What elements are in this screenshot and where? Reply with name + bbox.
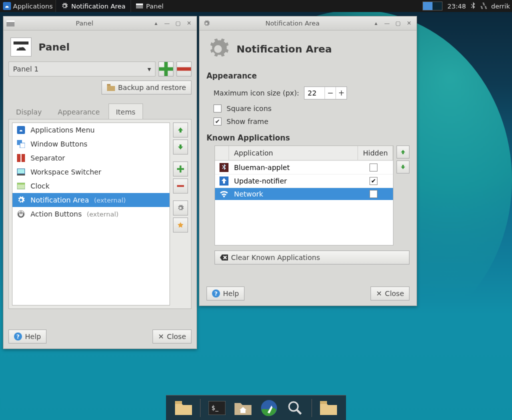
notification-area-window: Notification Area ▴ — ▢ ✕ Notification A… — [199, 16, 417, 306]
spinner-decrement-button[interactable]: − — [324, 87, 336, 99]
window-close-icon[interactable]: ✕ — [184, 20, 194, 28]
taskbar-item-label: Notification Area — [71, 2, 126, 10]
clock-label: 23:48 — [448, 2, 466, 10]
svg-rect-11 — [20, 154, 22, 162]
window-maximize-icon[interactable]: ▢ — [394, 20, 402, 28]
update-notifier-icon — [217, 176, 231, 186]
panel-items-list[interactable]: Applications Menu Window Buttons Separat… — [12, 122, 170, 306]
items-tab-content: Applications Menu Window Buttons Separat… — [8, 119, 192, 309]
svg-rect-7 — [107, 84, 110, 86]
dock-item-files[interactable] — [174, 398, 193, 418]
svg-rect-18 — [177, 185, 184, 187]
dock-item-files[interactable] — [319, 398, 338, 418]
table-row: Network — [215, 188, 393, 200]
workspace-switcher[interactable] — [422, 2, 442, 10]
panel-icon — [136, 4, 143, 8]
window-minimize-icon[interactable]: — — [162, 20, 172, 28]
clear-label: Clear Known Applications — [231, 254, 320, 262]
panel-large-icon — [10, 38, 32, 56]
taskbar-item-notification-area[interactable]: Notification Area — [56, 0, 130, 12]
list-item: Window Buttons — [12, 137, 170, 151]
taskbar-item-panel[interactable]: Panel — [130, 0, 168, 12]
square-icons-label: Square icons — [226, 104, 272, 112]
item-about-button[interactable] — [173, 218, 188, 232]
list-item: Workspace Switcher — [12, 165, 170, 179]
dock-item-home[interactable] — [234, 398, 252, 418]
dock-item-search[interactable] — [286, 398, 304, 418]
window-keep-above-icon[interactable]: ▴ — [152, 20, 160, 28]
svg-point-5 — [18, 48, 19, 48]
user-label[interactable]: derrik — [491, 2, 510, 10]
applications-menu-button[interactable]: Applications — [0, 0, 56, 12]
move-item-down-button[interactable] — [173, 140, 188, 154]
window-title: Notification Area — [214, 20, 372, 27]
hidden-checkbox[interactable] — [370, 190, 378, 198]
remove-item-button[interactable] — [173, 178, 188, 194]
gear-large-icon — [206, 38, 230, 60]
clear-known-apps-button[interactable]: Clear Known Applications — [214, 250, 410, 264]
titlebar[interactable]: Panel ▴ — ▢ ✕ — [4, 16, 196, 30]
column-hidden[interactable]: Hidden — [358, 146, 393, 160]
help-label: Help — [223, 290, 239, 298]
appearance-section-label: Appearance — [200, 66, 416, 84]
remove-panel-button[interactable] — [176, 62, 192, 76]
network-icon[interactable] — [480, 2, 487, 10]
spinner-increment-button[interactable]: + — [336, 87, 346, 99]
backup-restore-label: Backup and restore — [118, 84, 186, 92]
help-label: Help — [25, 332, 41, 340]
window-buttons-icon — [16, 140, 26, 148]
tab-appearance[interactable]: Appearance — [50, 104, 108, 119]
dock-item-web-browser[interactable] — [260, 398, 278, 418]
help-button[interactable]: ? Help — [8, 330, 46, 344]
close-button[interactable]: ✕ Close — [370, 286, 410, 300]
max-icon-size-spinner[interactable]: − + — [304, 86, 347, 100]
power-icon — [16, 210, 26, 218]
item-preferences-button[interactable] — [173, 200, 188, 216]
gear-icon — [16, 196, 26, 204]
add-panel-button[interactable] — [158, 62, 174, 76]
close-icon: ✕ — [158, 332, 164, 340]
show-frame-checkbox[interactable]: ✔ — [214, 118, 222, 126]
window-maximize-icon[interactable]: ▢ — [174, 20, 182, 28]
svg-rect-3 — [6, 20, 14, 22]
window-keep-above-icon[interactable]: ▴ — [372, 20, 380, 28]
known-applications-table[interactable]: Application Hidden Blueman-applet Update… — [214, 146, 394, 246]
tab-display[interactable]: Display — [8, 104, 50, 119]
titlebar[interactable]: Notification Area ▴ — ▢ ✕ — [200, 16, 416, 30]
window-close-icon[interactable]: ✕ — [404, 20, 414, 28]
panel-preferences-window: Panel ▴ — ▢ ✕ Panel Panel 1 ▾ Back — [3, 16, 197, 349]
tab-items[interactable]: Items — [108, 104, 143, 119]
move-app-up-button[interactable] — [396, 146, 410, 158]
help-button[interactable]: ? Help — [206, 286, 244, 300]
close-label: Close — [385, 290, 404, 298]
column-application[interactable]: Application — [229, 146, 358, 160]
list-item: Clock — [12, 179, 170, 193]
backup-restore-button[interactable]: Backup and restore — [102, 80, 192, 94]
hidden-checkbox[interactable] — [370, 164, 378, 172]
list-item: Applications Menu — [12, 123, 170, 137]
window-title: Panel — [18, 20, 152, 27]
hidden-checkbox[interactable]: ✔ — [370, 177, 378, 185]
close-button[interactable]: ✕ Close — [152, 330, 192, 344]
list-item: Notification Area (external) — [12, 193, 170, 207]
move-app-down-button[interactable] — [396, 160, 410, 174]
max-icon-size-input[interactable] — [304, 87, 324, 99]
wifi-icon — [217, 190, 231, 198]
dock-item-terminal[interactable]: $_ — [208, 398, 226, 418]
svg-rect-16 — [17, 183, 25, 184]
table-row: Blueman-applet — [215, 160, 393, 174]
taskbar-item-label: Panel — [146, 2, 164, 10]
move-item-up-button[interactable] — [173, 122, 188, 138]
known-apps-section-label: Known Applications — [200, 128, 416, 146]
applications-menu-label: Applications — [13, 2, 52, 10]
svg-rect-9 — [20, 143, 25, 148]
panel-selector[interactable]: Panel 1 ▾ — [8, 62, 156, 76]
window-minimize-icon[interactable]: — — [382, 20, 392, 28]
add-item-button[interactable] — [173, 162, 188, 176]
square-icons-checkbox[interactable] — [214, 104, 222, 112]
bluetooth-icon[interactable] — [470, 2, 476, 10]
help-icon: ? — [14, 332, 22, 340]
list-item: Separator — [12, 151, 170, 165]
svg-rect-6 — [177, 68, 191, 71]
gear-icon — [61, 2, 68, 10]
